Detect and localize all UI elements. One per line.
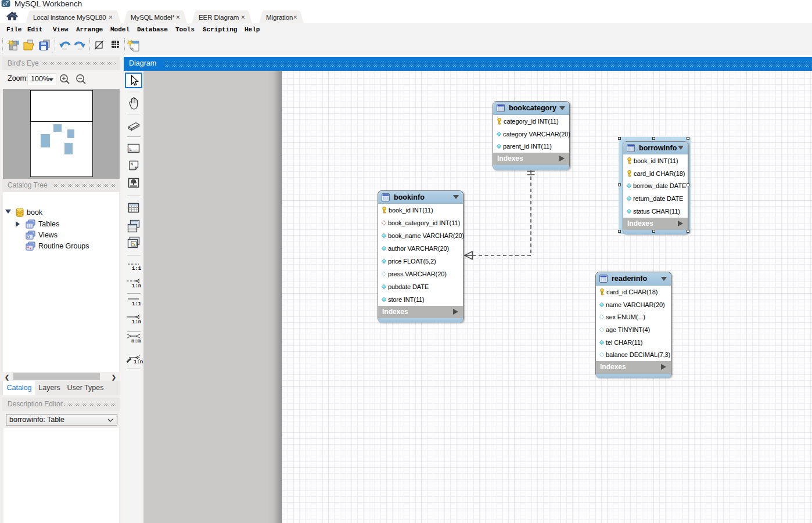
svg-text:L: L	[130, 147, 132, 152]
svg-text:N: N	[131, 162, 134, 167]
